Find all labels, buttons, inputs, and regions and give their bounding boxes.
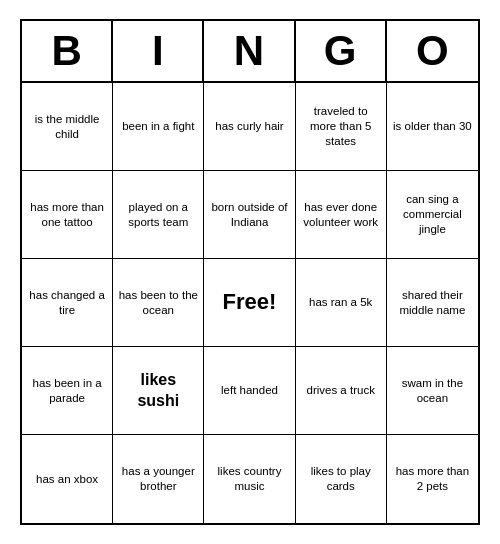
header-letter-g: G [296, 21, 387, 81]
bingo-header: BINGO [22, 21, 478, 83]
header-letter-o: O [387, 21, 478, 81]
bingo-cell-24[interactable]: has more than 2 pets [387, 435, 478, 523]
bingo-cell-9[interactable]: can sing a commercial jingle [387, 171, 478, 259]
bingo-cell-8[interactable]: has ever done volunteer work [296, 171, 387, 259]
bingo-cell-12[interactable]: Free! [204, 259, 295, 347]
bingo-cell-22[interactable]: likes country music [204, 435, 295, 523]
bingo-cell-5[interactable]: has more than one tattoo [22, 171, 113, 259]
header-letter-i: I [113, 21, 204, 81]
bingo-cell-6[interactable]: played on a sports team [113, 171, 204, 259]
bingo-cell-19[interactable]: swam in the ocean [387, 347, 478, 435]
bingo-card: BINGO is the middle childbeen in a fight… [20, 19, 480, 525]
bingo-cell-16[interactable]: likes sushi [113, 347, 204, 435]
bingo-cell-20[interactable]: has an xbox [22, 435, 113, 523]
bingo-cell-4[interactable]: is older than 30 [387, 83, 478, 171]
bingo-cell-3[interactable]: traveled to more than 5 states [296, 83, 387, 171]
bingo-cell-23[interactable]: likes to play cards [296, 435, 387, 523]
bingo-cell-11[interactable]: has been to the ocean [113, 259, 204, 347]
bingo-cell-21[interactable]: has a younger brother [113, 435, 204, 523]
bingo-cell-13[interactable]: has ran a 5k [296, 259, 387, 347]
bingo-cell-2[interactable]: has curly hair [204, 83, 295, 171]
header-letter-b: B [22, 21, 113, 81]
bingo-cell-7[interactable]: born outside of Indiana [204, 171, 295, 259]
bingo-cell-18[interactable]: drives a truck [296, 347, 387, 435]
bingo-cell-10[interactable]: has changed a tire [22, 259, 113, 347]
bingo-cell-14[interactable]: shared their middle name [387, 259, 478, 347]
bingo-cell-1[interactable]: been in a fight [113, 83, 204, 171]
header-letter-n: N [204, 21, 295, 81]
bingo-cell-15[interactable]: has been in a parade [22, 347, 113, 435]
bingo-grid: is the middle childbeen in a fighthas cu… [22, 83, 478, 523]
bingo-cell-17[interactable]: left handed [204, 347, 295, 435]
bingo-cell-0[interactable]: is the middle child [22, 83, 113, 171]
